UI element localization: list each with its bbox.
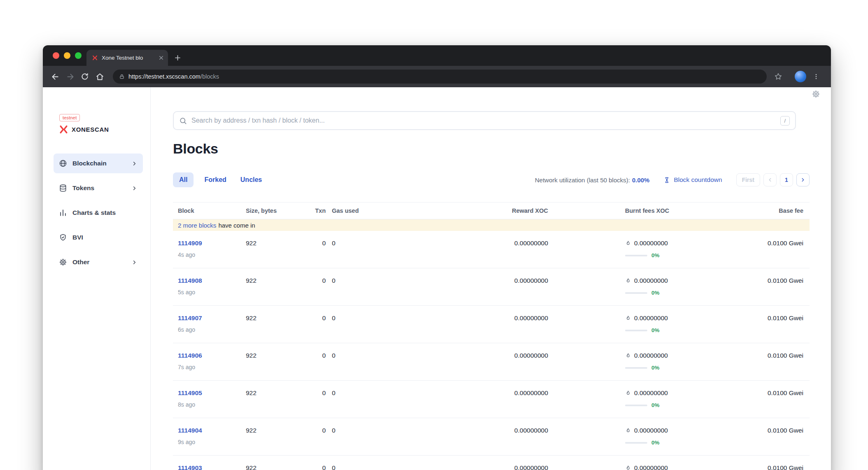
tab-uncles[interactable]: Uncles	[240, 176, 262, 184]
profile-avatar[interactable]	[795, 71, 806, 82]
sidebar-item-label: Tokens	[72, 184, 94, 192]
right-cluster: Network utilization (last 50 blocks):0.0…	[535, 173, 810, 186]
gear-icon	[59, 258, 67, 266]
tab-forked[interactable]: Forked	[204, 176, 226, 184]
search-icon	[179, 117, 187, 125]
search-input[interactable]	[191, 117, 776, 124]
block-base-fee: 0.0100 Gwei	[728, 277, 810, 284]
sidebar-item-charts-stats[interactable]: Charts & stats	[54, 203, 143, 223]
url-domain: https://testnet.xscscan.com	[128, 73, 201, 80]
browser-tab[interactable]: Xone Testnet blo	[86, 50, 168, 66]
controls-row: All Forked Uncles Network utilization (l…	[173, 172, 810, 187]
block-size: 922	[241, 389, 311, 397]
close-window-button[interactable]	[53, 52, 59, 59]
browser-menu-icon[interactable]	[813, 71, 824, 82]
tab-all[interactable]: All	[173, 172, 194, 187]
block-txn-count: 0	[311, 464, 328, 470]
block-reward: 0.00000000	[499, 314, 551, 322]
sidebar-menu: Blockchain Tokens	[54, 154, 143, 272]
sidebar-item-label: Charts & stats	[72, 209, 116, 216]
flame-icon	[625, 240, 631, 247]
table-row: 1114907 6s ago 922 0 0 0.00000000 0.0000…	[173, 306, 810, 343]
sidebar-item-label: BVI	[72, 234, 83, 241]
new-blocks-link[interactable]: 2 more blocks	[178, 222, 216, 229]
chevron-right-icon	[131, 185, 138, 191]
burnt-percent: 0%	[651, 252, 660, 258]
sidebar-item-blockchain[interactable]: Blockchain	[54, 154, 143, 173]
burnt-fees-value: 0.00000000	[634, 389, 668, 397]
flame-icon	[625, 390, 631, 396]
block-reward: 0.00000000	[499, 277, 551, 284]
burnt-fees-value: 0.00000000	[634, 464, 668, 470]
block-base-fee: 0.0100 Gwei	[728, 389, 810, 397]
forward-button[interactable]	[64, 71, 76, 82]
sidebar: testnet XONESCAN Blockchain	[43, 87, 151, 470]
block-link[interactable]: 1114909	[178, 240, 202, 247]
block-txn-count: 0	[311, 352, 328, 359]
block-countdown-link[interactable]: Block countdown	[663, 176, 722, 184]
column-header-burnt-fees: Burnt fees XOC	[551, 207, 728, 214]
burnt-progress-bar	[625, 367, 647, 369]
settings-gear-icon[interactable]	[812, 90, 820, 100]
table-row: 1114904 9s ago 922 0 0 0.00000000 0.0000…	[173, 418, 810, 456]
tab-favicon	[92, 55, 98, 61]
burnt-progress-bar	[625, 330, 647, 331]
sidebar-item-tokens[interactable]: Tokens	[54, 178, 143, 198]
coins-icon	[59, 184, 67, 192]
block-link[interactable]: 1114908	[178, 277, 202, 284]
block-reward: 0.00000000	[499, 464, 551, 470]
home-button[interactable]	[94, 71, 105, 82]
new-tab-button[interactable]	[174, 54, 182, 62]
browser-window: Xone Testnet blo	[43, 45, 831, 470]
new-blocks-notice: 2 more blocks have come in	[173, 219, 810, 231]
pagination-prev-button[interactable]	[763, 173, 777, 186]
block-age: 9s ago	[178, 439, 241, 445]
back-button[interactable]	[49, 71, 61, 82]
block-link[interactable]: 1114907	[178, 314, 202, 321]
block-base-fee: 0.0100 Gwei	[728, 427, 810, 434]
pagination-next-button[interactable]	[796, 173, 810, 186]
tab-close-icon[interactable]	[159, 55, 164, 60]
block-reward: 0.00000000	[499, 427, 551, 434]
pagination-first-button[interactable]: First	[736, 173, 760, 186]
main-content: / Blocks All Forked Uncles Network utili…	[151, 87, 831, 470]
burnt-progress-bar	[625, 442, 647, 444]
pagination-current-page[interactable]: 1	[780, 173, 793, 186]
brand-logo[interactable]: XONESCAN	[58, 124, 143, 135]
table-row: 1114906 7s ago 922 0 0 0.00000000 0.0000…	[173, 343, 810, 381]
block-link[interactable]: 1114903	[178, 464, 202, 470]
burnt-progress-bar	[625, 405, 647, 406]
new-blocks-text: have come in	[218, 222, 255, 229]
address-bar[interactable]: https://testnet.xscscan.com/blocks	[113, 70, 767, 84]
zoom-window-button[interactable]	[75, 52, 82, 59]
reload-button[interactable]	[79, 71, 91, 82]
block-gas-used: 0	[328, 352, 499, 359]
column-header-reward: Reward XOC	[499, 207, 551, 214]
block-link[interactable]: 1114906	[178, 352, 202, 359]
sidebar-item-other[interactable]: Other	[54, 252, 143, 272]
block-age: 4s ago	[178, 251, 241, 258]
column-header-base-fee: Base fee	[728, 207, 810, 214]
block-link[interactable]: 1114904	[178, 427, 202, 434]
tab-title: Xone Testnet blo	[102, 55, 155, 61]
block-reward: 0.00000000	[499, 240, 551, 247]
block-size: 922	[241, 240, 311, 247]
block-base-fee: 0.0100 Gwei	[728, 314, 810, 322]
block-age: 5s ago	[178, 289, 241, 295]
table-row: 1114909 4s ago 922 0 0 0.00000000 0.0000…	[173, 231, 810, 268]
network-utilization-value: 0.00%	[632, 177, 650, 184]
block-age: 7s ago	[178, 364, 241, 370]
network-utilization: Network utilization (last 50 blocks):0.0…	[535, 177, 649, 184]
sidebar-item-bvi[interactable]: BVI	[54, 228, 143, 247]
column-header-size: Size, bytes	[241, 207, 311, 214]
burnt-percent: 0%	[651, 327, 660, 333]
window-controls	[53, 52, 82, 59]
block-link[interactable]: 1114905	[178, 389, 202, 396]
lock-icon	[119, 74, 125, 79]
minimize-window-button[interactable]	[64, 52, 70, 59]
column-header-txn: Txn	[311, 207, 328, 214]
sidebar-item-label: Blockchain	[72, 160, 107, 167]
bookmark-star-icon[interactable]	[774, 71, 786, 82]
sidebar-item-label: Other	[72, 258, 89, 266]
burnt-fees-value: 0.00000000	[634, 352, 668, 359]
